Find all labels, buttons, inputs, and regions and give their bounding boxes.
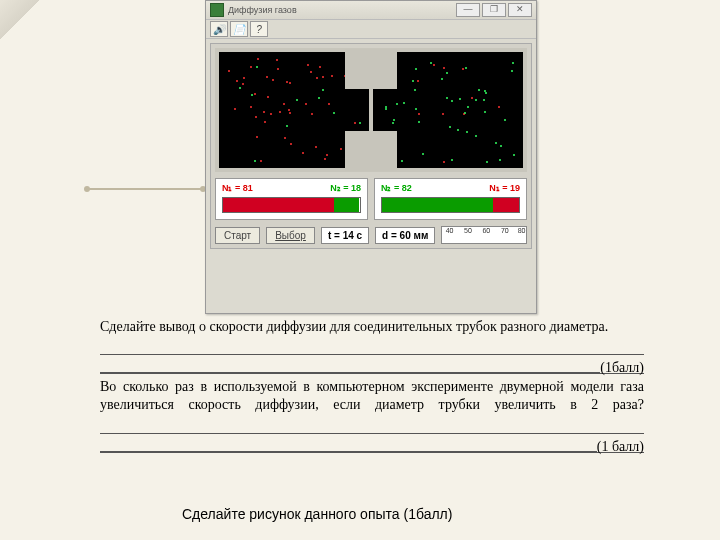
drawing-caption: Сделайте рисунок данного опыта (1балл) bbox=[182, 506, 452, 522]
page-fold bbox=[0, 0, 40, 40]
meters: N₁ = 81 N₂ = 18 N₂ = 82 N₁ = 19 bbox=[215, 178, 527, 220]
toolbar: 🔊 📄 ? bbox=[206, 20, 536, 39]
titlebar: Диффузия газов — ❐ ✕ bbox=[206, 1, 536, 20]
help-icon[interactable]: ? bbox=[250, 21, 268, 37]
controls: Старт Выбор t = 14 c d = 60 мм 40 50 60 … bbox=[215, 226, 527, 244]
left-bar bbox=[222, 197, 361, 213]
right-bar bbox=[381, 197, 520, 213]
window-title: Диффузия газов bbox=[228, 5, 297, 15]
simulation-window: Диффузия газов — ❐ ✕ 🔊 📄 ? N₁ = 81 N₂ = … bbox=[205, 0, 537, 314]
doc-icon[interactable]: 📄 bbox=[230, 21, 248, 37]
answer-line[interactable] bbox=[100, 340, 644, 355]
minimize-button[interactable]: — bbox=[456, 3, 480, 17]
sound-icon[interactable]: 🔊 bbox=[210, 21, 228, 37]
answer-line[interactable]: (1 балл) bbox=[100, 438, 644, 453]
right-n1: N₁ = 19 bbox=[489, 183, 520, 193]
choose-button[interactable]: Выбор bbox=[266, 227, 315, 244]
answer-line[interactable]: (1балл) bbox=[100, 359, 644, 374]
score-1: (1балл) bbox=[600, 359, 644, 373]
barrier-top bbox=[345, 49, 397, 89]
maximize-button[interactable]: ❐ bbox=[482, 3, 506, 17]
left-n2: N₂ = 18 bbox=[330, 183, 361, 193]
right-meter: N₂ = 82 N₁ = 19 bbox=[374, 178, 527, 220]
diameter-readout: d = 60 мм bbox=[375, 227, 435, 244]
close-button[interactable]: ✕ bbox=[508, 3, 532, 17]
question-block: Сделайте вывод о скорости диффузии для с… bbox=[100, 318, 644, 453]
question-2: Во сколько раз в используемой в компьюте… bbox=[100, 378, 644, 414]
diameter-ruler[interactable]: 40 50 60 70 80 bbox=[441, 226, 527, 244]
time-readout: t = 14 c bbox=[321, 227, 369, 244]
question-1: Сделайте вывод о скорости диффузии для с… bbox=[100, 318, 644, 336]
chambers bbox=[215, 48, 527, 172]
left-n1: N₁ = 81 bbox=[222, 183, 253, 193]
barrier-bottom bbox=[345, 131, 397, 171]
ornament-rule bbox=[88, 188, 202, 190]
start-button[interactable]: Старт bbox=[215, 227, 260, 244]
right-n2: N₂ = 82 bbox=[381, 183, 412, 193]
score-2: (1 балл) bbox=[597, 438, 644, 452]
left-meter: N₁ = 81 N₂ = 18 bbox=[215, 178, 368, 220]
sim-panel: N₁ = 81 N₂ = 18 N₂ = 82 N₁ = 19 Старт Вы… bbox=[210, 43, 532, 249]
app-icon bbox=[210, 3, 224, 17]
answer-line[interactable] bbox=[100, 419, 644, 434]
